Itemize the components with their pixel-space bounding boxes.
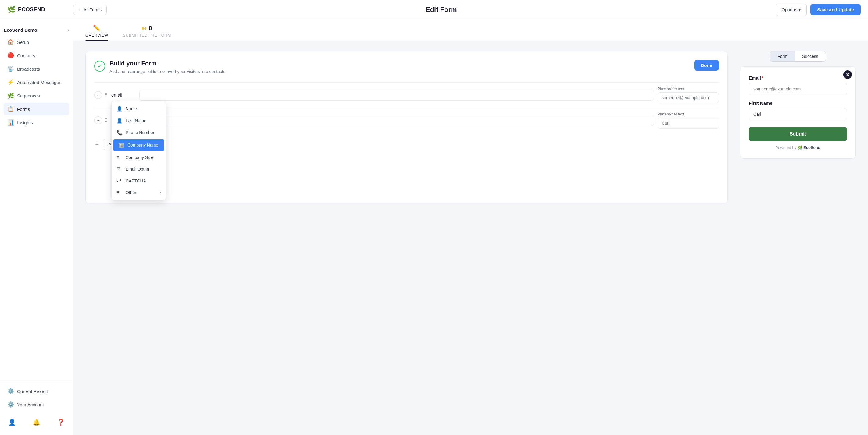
menu-label-other: Other [126,190,136,195]
sidebar-label-current-project: Current Project [17,389,48,394]
back-button[interactable]: ← All Forms [73,5,107,15]
email-field-label: email [111,92,136,98]
tab-overview[interactable]: ✏️ OVERVIEW [85,24,108,41]
menu-item-other[interactable]: ≡ Other › [112,187,166,198]
workspace-name: EcoSend Demo [4,27,37,33]
sidebar-item-your-account[interactable]: ⚙️ Your Account [4,398,69,411]
page-title: Edit Form [426,6,457,14]
save-update-button[interactable]: Save and Update [810,4,861,15]
sidebar-item-forms[interactable]: 📋 Forms [4,103,69,115]
sidebar-bottom: ⚙️ Current Project ⚙️ Your Account [0,381,73,414]
preview-tabs: Form Success [770,51,826,62]
first-name-placeholder-label: Placeholder text [658,112,719,116]
sidebar-label-contacts: Contacts [17,53,35,58]
preview-tab-success[interactable]: Success [795,52,826,61]
remove-email-button[interactable]: − [94,91,102,99]
menu-label-company-name: Company Name [127,142,158,147]
submitted-count: 0 [149,25,152,32]
phone-menu-icon: 📞 [117,130,123,136]
remove-first-name-button[interactable]: − [94,116,102,124]
form-builder-panel: ✓ Build your Form Add and rearrange fiel… [85,51,728,203]
sidebar-nav: 🏠 Setup 🔴 Contacts 📡 Broadcasts ⚡ Automa… [0,36,73,129]
automated-messages-icon: ⚡ [7,79,14,86]
sidebar-item-broadcasts[interactable]: 📡 Broadcasts [4,62,69,75]
field-type-dropdown: 👤 Name 👤 Last Name 📞 Phone Number � [111,101,166,200]
home-icon: 🏠 [7,39,14,45]
menu-label-captcha: CAPTCHA [126,178,146,183]
preview-first-name-group: First Name [749,101,847,120]
submitted-tab-label: SUBMITTED THE FORM [123,33,171,37]
build-header: ✓ Build your Form Add and rearrange fiel… [94,60,719,75]
done-button[interactable]: Done [694,60,719,71]
tabs-bar: ✏️ OVERVIEW 🙌 0 SUBMITTED THE FORM [73,20,868,41]
build-form-description: Add and rearrange fields to convert your… [110,69,226,75]
current-project-icon: ⚙️ [7,388,14,395]
captcha-menu-icon: 🛡 [117,178,123,184]
sidebar-label-forms: Forms [17,107,30,112]
forms-icon: 📋 [7,106,14,112]
check-circle-icon: ✓ [94,61,105,72]
sidebar-item-sequences[interactable]: 🌿 Sequences [4,89,69,102]
field-row-email: − ⠿ email Placeholder text [94,82,719,107]
menu-item-company-size[interactable]: ≡ Company Size [112,152,166,163]
sidebar-item-automated-messages[interactable]: ⚡ Automated Messages [4,76,69,89]
sidebar: EcoSend Demo ▾ 🏠 Setup 🔴 Contacts 📡 Broa… [0,20,73,435]
drag-handle-first-name[interactable]: ⠿ [104,118,107,123]
preview-submit-button[interactable]: Submit [749,127,847,141]
preview-email-input[interactable] [749,83,847,95]
preview-first-name-label: First Name [749,101,847,106]
form-preview-card: ✕ Email* First Name Submit [740,66,856,159]
workspace-chevron-icon: ▾ [67,28,69,32]
menu-item-company-name[interactable]: 🏢 Company Name [114,139,164,151]
field-controls-email: − ⠿ [94,91,107,99]
options-button[interactable]: Options ▾ [776,4,807,16]
menu-item-name[interactable]: 👤 Name [112,103,166,115]
add-field-row: ＋ Add a Field... [94,133,719,150]
company-name-menu-icon: 🏢 [118,142,124,148]
preview-email-label: Email* [749,75,847,80]
help-icon[interactable]: ❓ [55,417,66,428]
field-row-first-name: − ⠿ first name Placeholder text [94,107,719,133]
sidebar-label-automated-messages: Automated Messages [17,80,61,85]
build-form-title: Build your Form [110,60,226,67]
sidebar-item-contacts[interactable]: 🔴 Contacts [4,49,69,62]
logo-icon: 🌿 [7,6,16,14]
sidebar-item-setup[interactable]: 🏠 Setup [4,36,69,48]
header-left: 🌿 ECOSEND ← All Forms [7,5,107,15]
company-size-menu-icon: ≡ [117,155,123,160]
notification-icon[interactable]: 🔔 [31,417,42,428]
first-name-placeholder-section: Placeholder text [658,112,719,129]
sequences-icon: 🌿 [7,92,14,99]
insights-icon: 📊 [7,119,14,126]
sidebar-footer: 👤 🔔 ❓ [0,414,73,430]
sidebar-item-current-project[interactable]: ⚙️ Current Project [4,385,69,398]
menu-item-email-opt-in[interactable]: ☑ Email Opt-in [112,163,166,175]
sidebar-item-insights[interactable]: 📊 Insights [4,116,69,129]
email-opt-in-menu-icon: ☑ [117,166,123,172]
close-preview-button[interactable]: ✕ [843,70,852,79]
overview-tab-label: OVERVIEW [85,33,108,37]
menu-label-name: Name [126,106,137,111]
first-name-label-input[interactable] [139,115,654,126]
powered-by: Powered by 🌿 EcoSend [749,145,847,150]
email-placeholder-input[interactable] [658,92,719,103]
user-icon[interactable]: 👤 [6,417,18,428]
email-field-inputs: Placeholder text [139,87,719,103]
menu-item-captcha[interactable]: 🛡 CAPTCHA [112,175,166,187]
sidebar-label-sequences: Sequences [17,93,40,98]
tab-submitted[interactable]: 🙌 0 SUBMITTED THE FORM [123,25,171,41]
first-name-placeholder-input[interactable] [658,118,719,129]
menu-item-phone-number[interactable]: 📞 Phone Number [112,127,166,139]
other-arrow-icon: › [160,190,161,195]
drag-handle-email[interactable]: ⠿ [104,93,107,98]
contacts-icon: 🔴 [7,52,14,59]
last-name-menu-icon: 👤 [117,118,123,124]
menu-label-email-opt-in: Email Opt-in [126,167,149,171]
submitted-tab-icon: 🙌 [142,26,147,30]
email-label-input[interactable] [139,90,654,101]
sidebar-label-your-account: Your Account [17,402,44,407]
preview-first-name-input[interactable] [749,108,847,120]
workspace-selector[interactable]: EcoSend Demo ▾ [0,24,73,36]
preview-tab-form[interactable]: Form [770,52,795,61]
menu-item-last-name[interactable]: 👤 Last Name [112,115,166,127]
